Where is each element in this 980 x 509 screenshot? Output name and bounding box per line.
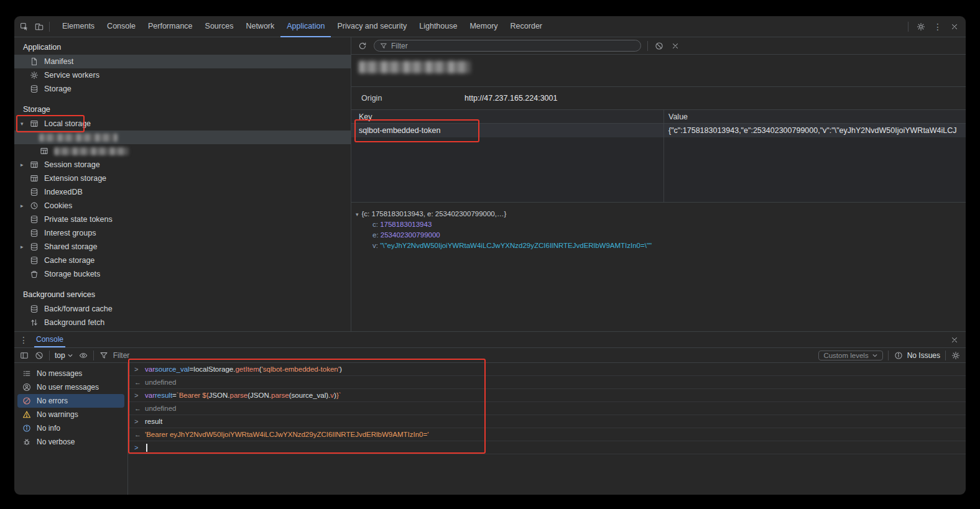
preview-summary-text: {c: 1758183013943, e: 253402300799000,…}	[362, 210, 507, 218]
console-entry-input[interactable]: >var source_val = localStorage.getItem('…	[128, 363, 966, 376]
console-filter-no-warnings[interactable]: No warnings	[17, 408, 124, 421]
tab-application[interactable]: Application	[280, 16, 331, 37]
tab-recorder[interactable]: Recorder	[504, 16, 548, 37]
preview-key: v:	[372, 242, 380, 249]
issues-counter[interactable]: No Issues	[894, 351, 940, 360]
console-filter-no-user-messages[interactable]: No user messages	[17, 380, 124, 394]
console-entry-result[interactable]: ←'Bearer eyJhY2NvdW50IjoiYWRtaW4iLCJwYXN…	[128, 428, 966, 441]
disclosure-triangle-icon[interactable]: ▾	[21, 121, 29, 127]
sidebar-item-service-workers[interactable]: Service workers	[14, 68, 351, 82]
sidebar-item-label: Storage	[44, 85, 72, 93]
sidebar-item-indexeddb[interactable]: IndexedDB	[14, 185, 351, 199]
tab-console[interactable]: Console	[101, 16, 142, 37]
sidebar-item-extension-storage[interactable]: Extension storage	[14, 172, 351, 185]
console-body: No messagesNo user messagesNo errorsNo w…	[14, 363, 966, 495]
sidebar-item-label: Cache storage	[44, 256, 95, 265]
code-token: undefined	[145, 405, 177, 412]
input-chevron-icon: >	[134, 392, 145, 399]
sidebar-item-storage[interactable]: Storage	[14, 82, 351, 96]
sidebar-item-label: Interest groups	[44, 229, 96, 237]
redacted-text	[54, 147, 129, 155]
value-preview-pane: ▾ {c: 1758183013943, e: 253402300799000,…	[351, 202, 966, 331]
column-header-key[interactable]: Key	[351, 110, 663, 123]
code-token: parse	[229, 392, 247, 399]
tab-bar-lead	[19, 22, 50, 32]
console-filter-no-info[interactable]: No info	[17, 421, 124, 435]
sidebar-item-cache-storage[interactable]: Cache storage	[14, 254, 351, 267]
divider	[49, 22, 50, 32]
disclosure-triangle-icon[interactable]: ▸	[21, 162, 29, 168]
storage-title-area	[351, 55, 966, 87]
column-header-value[interactable]: Value	[663, 110, 966, 123]
clear-all-icon[interactable]	[654, 41, 664, 51]
sidebar-item-background-fetch[interactable]: Background fetch	[14, 316, 351, 329]
table-icon	[29, 119, 39, 129]
tab-sources[interactable]: Sources	[199, 16, 240, 37]
sidebar-item-storage-buckets[interactable]: Storage buckets	[14, 267, 351, 281]
expand-triangle-icon[interactable]: ▾	[356, 211, 359, 218]
tab-performance[interactable]: Performance	[142, 16, 199, 37]
tab-elements[interactable]: Elements	[56, 16, 101, 37]
service-worker-icon	[29, 70, 39, 80]
sidebar-item-interest-groups[interactable]: Interest groups	[14, 226, 351, 240]
console-filter-no-verbose[interactable]: No verbose	[17, 435, 124, 449]
warning-icon	[22, 410, 32, 420]
table-icon	[29, 160, 39, 170]
console-filter-input[interactable]	[113, 351, 814, 360]
sidebar-item-back-forward-cache[interactable]: Back/forward cache	[14, 302, 351, 316]
sidebar-item-manifest[interactable]: Manifest	[14, 55, 351, 68]
sidebar-item-private-state-tokens[interactable]: Private state tokens	[14, 213, 351, 226]
info-icon	[22, 423, 32, 433]
sidebar-item-shared-storage[interactable]: ▸Shared storage	[14, 240, 351, 254]
sidebar-item-session-storage[interactable]: ▸Session storage	[14, 158, 351, 172]
tab-privacy-and-security[interactable]: Privacy and security	[331, 16, 413, 37]
disclosure-triangle-icon[interactable]: ▸	[21, 203, 29, 209]
kebab-menu-icon[interactable]: ⋮	[933, 22, 942, 32]
console-entry-prompt[interactable]: >	[128, 441, 966, 454]
sidebar-item-redacted[interactable]	[14, 131, 351, 144]
console-entry-result-undefined[interactable]: ←undefined	[128, 402, 966, 415]
disclosure-triangle-icon[interactable]: ▸	[21, 244, 29, 250]
console-sidebar-toggle-icon[interactable]	[19, 351, 29, 360]
console-entry-input[interactable]: >result	[128, 415, 966, 428]
sidebar-item-label: Session storage	[44, 160, 100, 169]
code-token: var	[145, 392, 155, 399]
sidebar-item-redacted[interactable]	[14, 144, 351, 158]
sidebar-item-local-storage[interactable]: ▾Local storage	[14, 117, 351, 131]
console-filter-label: No user messages	[37, 383, 99, 392]
execution-context-selector[interactable]: top	[55, 351, 73, 360]
device-toolbar-icon[interactable]	[34, 22, 44, 32]
tab-lighthouse[interactable]: Lighthouse	[413, 16, 463, 37]
storage-filter-input[interactable]	[391, 42, 635, 50]
settings-gear-icon[interactable]	[916, 22, 926, 32]
sidebar-item-cookies[interactable]: ▸Cookies	[14, 199, 351, 213]
console-filter-no-messages[interactable]: No messages	[17, 367, 124, 380]
context-label: top	[55, 351, 65, 360]
inspect-element-icon[interactable]	[19, 22, 29, 32]
tab-memory[interactable]: Memory	[463, 16, 504, 37]
tab-network[interactable]: Network	[239, 16, 280, 37]
code-token: localStorage	[193, 365, 233, 373]
custom-levels-dropdown[interactable]: Custom levels	[818, 351, 882, 360]
storage-filter[interactable]	[374, 40, 641, 52]
preview-summary[interactable]: ▾ {c: 1758183013943, e: 253402300799000,…	[351, 210, 966, 218]
refresh-icon[interactable]	[358, 41, 368, 51]
column-divider[interactable]	[663, 110, 664, 202]
clear-console-icon[interactable]	[34, 351, 44, 360]
console-log[interactable]: >var source_val = localStorage.getItem('…	[128, 363, 966, 495]
drawer-tab-console[interactable]: Console	[34, 332, 65, 347]
live-expression-eye-icon[interactable]	[78, 351, 88, 360]
close-devtools-icon[interactable]	[950, 22, 959, 32]
console-entry-result-undefined[interactable]: ←undefined	[128, 376, 966, 389]
delete-selected-icon[interactable]	[670, 41, 680, 51]
sidebar-item-label: Cookies	[44, 201, 72, 210]
devtools-tab-bar: ElementsConsolePerformanceSourcesNetwork…	[14, 16, 966, 37]
drawer-menu-icon[interactable]: ⋮	[19, 335, 28, 345]
console-entry-input[interactable]: >var result = `Bearer ${JSON.parse(JSON.…	[128, 389, 966, 402]
code-token: =	[172, 392, 177, 399]
console-filter-no-errors[interactable]: No errors	[17, 394, 124, 408]
table-row[interactable]: sqlbot-embedded-token{"c":1758183013943,…	[351, 124, 966, 137]
console-settings-gear-icon[interactable]	[951, 351, 961, 360]
sidebar-item-label: Private state tokens	[44, 215, 113, 224]
close-drawer-icon[interactable]	[950, 335, 959, 345]
